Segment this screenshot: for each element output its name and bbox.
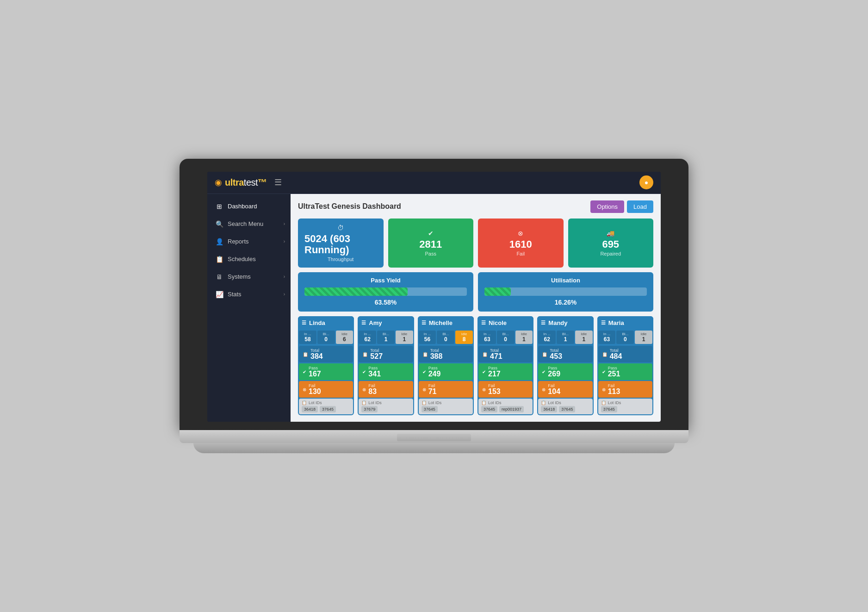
op-stat-bl: Bl... 1 <box>377 331 395 344</box>
operator-total: 📋 Total 527 <box>359 346 413 362</box>
sidebar-label-dashboard: Dashboard <box>228 203 257 210</box>
pass-yield-card: Pass Yield 63.58% <box>298 272 473 312</box>
sidebar-item-systems[interactable]: 🖥 Systems › <box>207 268 291 286</box>
fail-value: 130 <box>309 388 321 395</box>
dashboard-icon: ⊞ <box>216 203 223 210</box>
chevron-right-icon: › <box>284 221 285 226</box>
pass-value: 167 <box>309 370 321 378</box>
total-label: Total <box>430 348 443 353</box>
pass-label: Pass <box>368 366 381 370</box>
lot-badge: 37645 <box>320 406 336 412</box>
sidebar-item-dashboard[interactable]: ⊞ Dashboard <box>207 198 291 215</box>
screen-bezel: ◉ ultratest™ ☰ ● ⊞ Dashb <box>180 159 688 430</box>
op-bl-value: 1 <box>558 336 572 343</box>
laptop-bottom <box>193 443 675 453</box>
total-icon: 📋 <box>422 352 428 357</box>
op-idle-label: Idle <box>577 332 591 336</box>
app-container: ◉ ultratest™ ☰ ● ⊞ Dashb <box>207 172 661 422</box>
pass-yield-value: 63.58% <box>304 299 467 306</box>
operator-stats-row: In ... 62 Bl... 1 Idle 1 <box>537 330 593 345</box>
utilisation-bar-fill <box>484 287 511 296</box>
lot-ids-title: 📋 Lot IDs <box>481 400 530 405</box>
stat-card-fail: ⊗ 1610 Fail <box>478 219 564 268</box>
utilisation-card: Utilisation 16.26% <box>478 272 653 312</box>
op-in-label: In ... <box>600 332 614 336</box>
dashboard-header: UltraTest Genesis Dashboard Options Load <box>298 200 653 213</box>
lot-ids-label: Lot IDs <box>309 400 322 405</box>
fail-value: 83 <box>368 388 377 395</box>
operator-total: 📋 Total 484 <box>598 346 652 362</box>
trackpad <box>397 434 471 441</box>
stat-card-repaired: 🚚 695 Repaired <box>568 219 654 268</box>
op-bl-label: Bl... <box>618 332 632 336</box>
repaired-label: Repaired <box>600 251 621 256</box>
operator-total: 📋 Total 453 <box>538 346 592 362</box>
fail-label: Fail <box>368 383 377 388</box>
lot-ids-label: Lot IDs <box>488 400 502 405</box>
lot-ids-icon: 📋 <box>541 400 546 405</box>
operator-icon: ☰ <box>541 320 546 326</box>
total-icon: 📋 <box>602 352 608 357</box>
sidebar-label-reports: Reports <box>228 238 249 245</box>
total-icon: 📋 <box>362 352 368 357</box>
pass-check-icon: ✔ <box>362 369 366 375</box>
pass-value: 2811 <box>419 239 442 250</box>
op-stat-idle: Idle 6 <box>336 331 353 344</box>
sidebar-item-reports[interactable]: 👤 Reports › <box>207 233 291 250</box>
load-button[interactable]: Load <box>627 200 653 213</box>
fail-x-icon: ⊗ <box>362 387 366 392</box>
operator-lot-ids: 📋 Lot IDs 3641837645 <box>538 399 592 414</box>
op-stat-idle: Idle 1 <box>515 331 533 344</box>
lot-ids-values: 3641837645 <box>541 406 589 412</box>
options-button[interactable]: Options <box>590 200 624 213</box>
navbar-left: ◉ ultratest™ ☰ <box>215 177 282 188</box>
op-idle-value: 1 <box>517 336 531 343</box>
stats-icon: 📈 <box>216 291 223 298</box>
operator-icon: ☰ <box>361 320 366 326</box>
user-avatar[interactable]: ● <box>639 175 653 189</box>
operator-stats-row: In ... 56 Bl... 0 Idle 8 <box>418 330 474 345</box>
lot-badge: 37645 <box>422 406 438 412</box>
op-stat-in: In ... 58 <box>299 331 316 344</box>
sidebar-item-search-menu[interactable]: 🔍 Search Menu › <box>207 215 291 233</box>
op-stat-bl: Bl... 0 <box>317 331 335 344</box>
op-bl-label: Bl... <box>439 332 453 336</box>
operator-lot-ids: 📋 Lot IDs 37645 <box>598 399 652 414</box>
total-label: Total <box>610 348 622 353</box>
hamburger-button[interactable]: ☰ <box>274 177 282 187</box>
fail-icon: ⊗ <box>518 230 523 237</box>
total-value: 388 <box>430 353 443 360</box>
sidebar-item-stats[interactable]: 📈 Stats › <box>207 286 291 303</box>
op-in-label: In ... <box>480 332 494 336</box>
repaired-value: 695 <box>602 239 619 250</box>
schedules-icon: 📋 <box>216 256 223 263</box>
op-bl-label: Bl... <box>499 332 513 336</box>
sidebar-label-systems: Systems <box>228 273 251 280</box>
fail-label: Fail <box>428 383 437 388</box>
total-value: 527 <box>370 353 383 360</box>
sidebar-item-schedules[interactable]: 📋 Schedules <box>207 250 291 268</box>
operator-lot-ids: 📋 Lot IDs 3641837645 <box>299 399 353 414</box>
fail-value: 153 <box>488 388 501 395</box>
operator-pass: ✔ Pass 167 <box>299 363 353 380</box>
fail-value: 113 <box>608 388 620 395</box>
op-in-value: 63 <box>480 336 494 343</box>
operator-header: ☰ Mandy <box>537 316 593 330</box>
lot-ids-title: 📋 Lot IDs <box>422 400 470 405</box>
pass-value: 217 <box>488 370 501 378</box>
operator-lot-ids: 📋 Lot IDs 37645 <box>419 399 473 414</box>
op-stat-in: In ... 62 <box>359 331 376 344</box>
operator-stats-row: In ... 63 Bl... 0 Idle 1 <box>597 330 653 345</box>
total-label: Total <box>550 348 562 353</box>
operator-name: Nicole <box>489 319 507 326</box>
operator-icon: ☰ <box>601 320 606 326</box>
op-bl-value: 0 <box>439 336 453 343</box>
fail-x-icon: ⊗ <box>482 387 486 392</box>
op-bl-label: Bl... <box>558 332 572 336</box>
lot-ids-values: 37679 <box>361 406 410 412</box>
throughput-label: Throughput <box>328 256 353 262</box>
operator-pass: ✔ Pass 269 <box>538 363 592 380</box>
pass-value: 251 <box>608 370 620 378</box>
operator-fail: ⊗ Fail 130 <box>299 381 353 398</box>
total-label: Total <box>370 348 383 353</box>
